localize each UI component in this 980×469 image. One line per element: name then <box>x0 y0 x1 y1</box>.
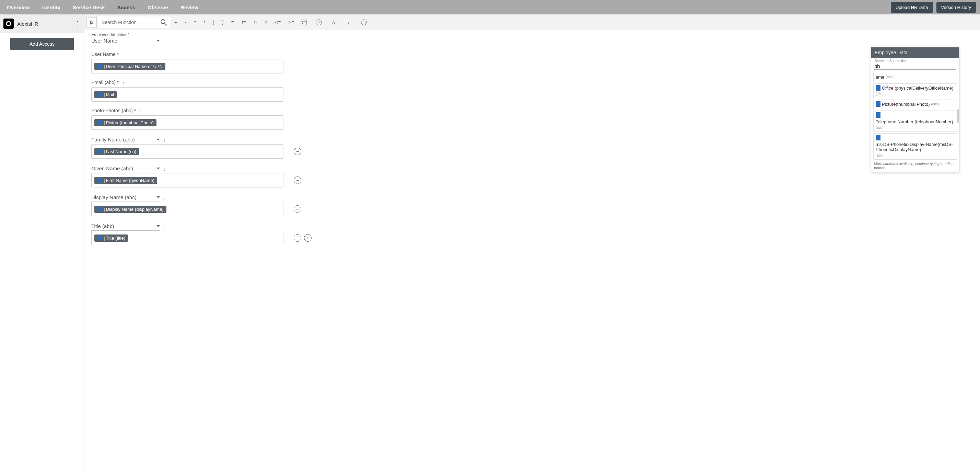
panel-note: More attributes available, continue typi… <box>871 161 959 172</box>
svg-text:i: i <box>348 19 349 26</box>
source-chip[interactable]: |Display Name (displayName) <box>94 206 166 213</box>
field-label: Email (abc) * <box>91 80 119 85</box>
function-search-input[interactable] <box>98 16 170 28</box>
source-icon <box>876 101 880 107</box>
mapping-input[interactable]: |User Principal Name or UPN <box>91 59 283 73</box>
panel-search-label: Search a Source field... <box>871 58 959 63</box>
source-row[interactable]: AlexisHR ⋮ <box>0 14 84 33</box>
add-field-button[interactable]: + <box>304 234 312 242</box>
mapping-input[interactable]: |Title (title) <box>91 231 283 245</box>
remove-field-button[interactable]: − <box>294 177 301 184</box>
operator-x[interactable]: ) <box>221 19 225 26</box>
mapping-input[interactable]: |Mail <box>91 87 283 102</box>
search-icon[interactable] <box>160 19 167 26</box>
source-chip[interactable]: |Mail <box>94 91 117 98</box>
operator-x[interactable]: - <box>184 19 188 26</box>
operator-x[interactable]: / <box>202 19 207 26</box>
remove-field-button[interactable]: − <box>294 234 301 242</box>
source-chip[interactable]: |Last Name (sn) <box>94 148 139 155</box>
source-chip[interactable]: |User Principal Name or UPN <box>94 63 165 70</box>
source-icon <box>97 92 102 97</box>
panel-item-label: ame <box>876 75 884 80</box>
scrollbar[interactable] <box>957 109 959 123</box>
employee-identifier-group: Employee Identifier * User Name <box>91 32 407 45</box>
field-label: Title (abc) <box>91 223 114 229</box>
nav-item-identity[interactable]: Identity <box>40 1 63 14</box>
mapping-input[interactable]: |Display Name (displayName) <box>91 202 283 216</box>
remove-field-button[interactable]: − <box>294 148 301 155</box>
date-icon[interactable] <box>299 18 309 27</box>
source-icon <box>97 178 102 183</box>
field-group: Email (abc) *:|Mail <box>91 80 407 102</box>
nav-item-observe[interactable]: Observe <box>145 1 171 14</box>
source-chip[interactable]: |First Name (givenName) <box>94 177 157 184</box>
mapping-input[interactable]: |First Name (givenName) <box>91 173 283 187</box>
field-label: User Name * <box>91 51 119 57</box>
font-icon[interactable]: A <box>329 18 339 27</box>
mapping-input[interactable]: |Picture(thumbnailPhoto) <box>91 115 283 130</box>
nav-item-access[interactable]: Access <box>114 1 138 14</box>
panel-item-type: (abc) <box>876 92 884 96</box>
chip-label: Title (title) <box>106 236 125 241</box>
field-group: Photo-Photos (abc) *:|Picture(thumbnailP… <box>91 108 407 130</box>
field-label-select[interactable]: Given Name (abc) <box>91 165 160 173</box>
panel-item[interactable]: ms-DS-Phonetic-Display-Name(msDS-Phoneti… <box>873 133 957 160</box>
operator-x[interactable]: ( <box>212 19 216 26</box>
source-logo-icon <box>3 19 14 29</box>
operator-x[interactable]: > <box>252 19 258 26</box>
panel-item[interactable]: ame(abc) <box>873 73 957 82</box>
chevron-down-icon <box>156 168 160 169</box>
field-label: Photo-Photos (abc) * <box>91 108 136 113</box>
nav-right: Upload HR Data Version History <box>891 2 976 13</box>
sidebar: AlexisHR ⋮ Add Access <box>0 14 84 469</box>
more-icon[interactable]: ⋮ <box>75 20 81 27</box>
field-label-select[interactable]: Title (abc) <box>91 222 160 231</box>
operator-xx[interactable]: <= <box>274 19 282 26</box>
formula-bar: fx +-*/()=!=><<=>= A i <box>84 14 980 30</box>
source-chip[interactable]: |Title (title) <box>94 234 128 242</box>
chip-separator: | <box>104 120 105 125</box>
field-label-select[interactable]: Family Name (abc) <box>91 136 160 144</box>
source-chip[interactable]: |Picture(thumbnailPhoto) <box>94 119 156 126</box>
nav-left: OverviewIdentityService DeskAccessObserv… <box>4 1 201 14</box>
chip-separator: | <box>104 92 105 97</box>
nav-item-overview[interactable]: Overview <box>4 1 33 14</box>
panel-item[interactable]: Telephone Number (telephoneNumber)(abc) <box>873 110 957 132</box>
mapping-input[interactable]: |Last Name (sn) <box>91 144 283 159</box>
panel-item[interactable]: Office (physicalDeliveryOfficeName)(abc) <box>873 83 957 98</box>
chip-label: Last Name (sn) <box>106 149 136 154</box>
clock-icon[interactable] <box>313 18 324 27</box>
field-label: Given Name (abc) <box>91 166 133 171</box>
operator-xx[interactable]: != <box>240 19 248 26</box>
svg-line-8 <box>319 22 320 23</box>
panel-item-label: Picture(thumbnailPhoto) <box>882 102 929 107</box>
form-area: Employee Identifier * User Name User Nam… <box>84 30 414 265</box>
svg-point-1 <box>161 19 165 24</box>
info-icon[interactable]: i <box>344 18 354 27</box>
panel-search-input[interactable] <box>874 63 956 70</box>
operator-xx[interactable]: >= <box>287 19 296 26</box>
operator-x[interactable]: + <box>173 19 179 26</box>
remove-field-button[interactable]: − <box>294 205 301 213</box>
add-access-button[interactable]: Add Access <box>10 38 74 50</box>
chip-label: User Principal Name or UPN <box>106 64 162 69</box>
upload-hr-data-button[interactable]: Upload HR Data <box>891 2 933 13</box>
field-label-select[interactable]: Display Name (abc) <box>91 194 160 202</box>
nav-item-service-desk[interactable]: Service Desk <box>70 1 107 14</box>
top-nav: OverviewIdentityService DeskAccessObserv… <box>0 0 980 14</box>
operator-x[interactable]: * <box>193 19 198 26</box>
panel-item[interactable]: Picture(thumbnailPhoto)(abc) <box>873 100 957 109</box>
svg-point-13 <box>362 23 363 23</box>
chevron-down-icon <box>156 225 160 227</box>
fx-icon[interactable]: fx <box>86 17 97 27</box>
operator-x[interactable]: = <box>230 19 236 26</box>
operator-x[interactable]: < <box>263 19 269 26</box>
source-icon <box>97 120 102 125</box>
field-label: Family Name (abc) <box>91 137 135 142</box>
nav-item-review[interactable]: Review <box>178 1 201 14</box>
panel-title: Employee Data <box>871 47 959 58</box>
palette-icon[interactable] <box>359 18 369 27</box>
employee-identifier-select[interactable]: User Name <box>91 37 160 45</box>
colon: : <box>164 137 165 143</box>
version-history-button[interactable]: Version History <box>936 2 976 13</box>
